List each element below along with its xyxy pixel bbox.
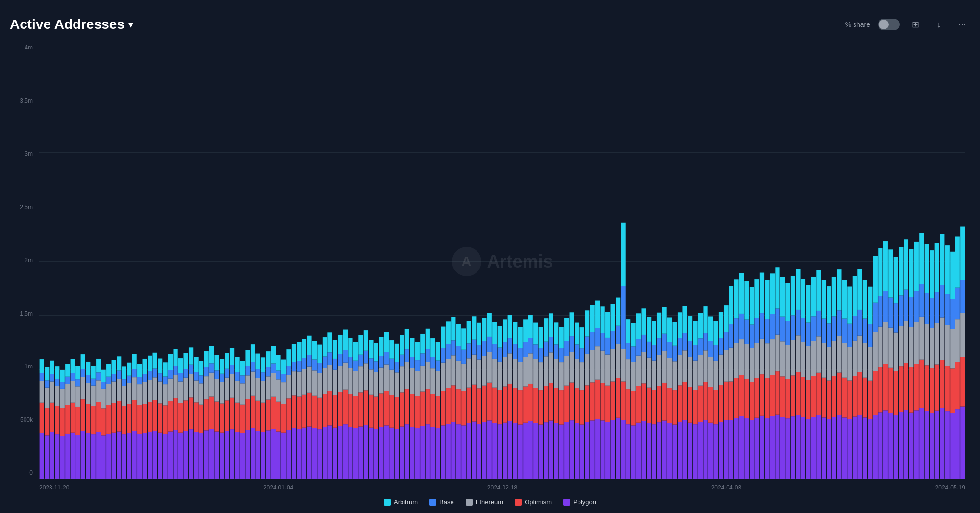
svg-rect-262 [307, 393, 311, 427]
svg-rect-769 [827, 323, 831, 347]
svg-rect-222 [266, 400, 270, 431]
svg-rect-191 [235, 432, 239, 479]
svg-rect-544 [595, 328, 600, 346]
svg-rect-170 [209, 346, 214, 363]
svg-rect-619 [672, 346, 677, 361]
svg-rect-367 [415, 396, 420, 428]
svg-rect-721 [780, 417, 785, 479]
svg-rect-369 [415, 360, 420, 371]
header-controls: % share ⊞ ↓ ··· [845, 17, 970, 32]
svg-rect-896 [960, 407, 965, 479]
svg-rect-212 [255, 401, 260, 431]
svg-rect-47 [86, 404, 90, 433]
svg-rect-178 [220, 382, 224, 403]
svg-rect-434 [482, 341, 486, 356]
svg-rect-494 [544, 342, 548, 357]
grid-icon[interactable]: ⊞ [907, 17, 923, 32]
svg-rect-229 [271, 364, 276, 373]
svg-rect-217 [261, 403, 265, 432]
svg-rect-462 [513, 388, 517, 423]
svg-rect-332 [379, 393, 383, 427]
svg-rect-469 [518, 348, 523, 362]
svg-rect-177 [220, 404, 224, 433]
svg-rect-231 [276, 432, 280, 479]
svg-rect-683 [739, 339, 744, 375]
svg-rect-546 [601, 420, 605, 479]
svg-rect-874 [935, 292, 939, 323]
svg-rect-275 [317, 345, 322, 363]
svg-rect-136 [178, 433, 183, 479]
svg-rect-312 [358, 392, 363, 426]
svg-rect-547 [601, 383, 605, 420]
svg-rect-329 [374, 361, 378, 372]
svg-rect-671 [729, 420, 733, 479]
svg-rect-720 [775, 267, 779, 308]
svg-rect-31 [71, 433, 75, 479]
svg-rect-64 [101, 382, 106, 389]
svg-rect-776 [837, 415, 841, 479]
svg-rect-234 [276, 371, 280, 380]
svg-rect-554 [605, 338, 610, 355]
svg-rect-89 [127, 376, 131, 383]
svg-rect-464 [513, 344, 517, 359]
svg-rect-35 [71, 359, 75, 373]
svg-rect-514 [564, 341, 569, 356]
svg-rect-499 [549, 337, 553, 353]
svg-rect-381 [430, 427, 435, 479]
svg-rect-563 [616, 344, 620, 378]
svg-rect-449 [498, 348, 502, 362]
percent-share-toggle[interactable] [878, 19, 900, 30]
svg-rect-812 [873, 371, 878, 415]
svg-rect-710 [765, 280, 769, 319]
svg-rect-743 [801, 342, 805, 377]
svg-rect-701 [760, 416, 764, 479]
svg-rect-526 [580, 425, 584, 479]
svg-rect-597 [652, 390, 656, 424]
svg-rect-705 [760, 273, 764, 313]
svg-rect-643 [698, 355, 703, 386]
svg-rect-199 [240, 375, 245, 383]
svg-rect-466 [518, 425, 523, 479]
svg-rect-624 [678, 338, 682, 355]
svg-rect-715 [770, 273, 775, 314]
svg-rect-480 [528, 315, 533, 338]
svg-rect-6 [45, 435, 49, 479]
svg-rect-183 [225, 378, 229, 401]
svg-rect-296 [343, 424, 348, 479]
svg-rect-71 [112, 433, 116, 479]
svg-rect-394 [441, 348, 445, 363]
svg-rect-503 [554, 359, 558, 388]
svg-rect-837 [899, 366, 903, 412]
svg-rect-439 [487, 337, 492, 352]
svg-rect-687 [744, 379, 749, 418]
svg-rect-187 [230, 398, 234, 429]
svg-rect-550 [601, 306, 605, 333]
svg-rect-647 [703, 382, 707, 420]
svg-rect-467 [518, 390, 523, 425]
download-icon[interactable]: ↓ [931, 17, 947, 32]
svg-rect-314 [358, 355, 363, 366]
svg-rect-356 [405, 424, 409, 479]
svg-rect-276 [323, 427, 327, 479]
svg-rect-90 [127, 363, 131, 376]
svg-rect-301 [348, 427, 352, 479]
svg-rect-716 [775, 415, 779, 479]
svg-rect-305 [348, 338, 352, 357]
svg-rect-823 [883, 322, 888, 364]
svg-rect-600 [652, 321, 656, 345]
svg-rect-515 [564, 318, 569, 341]
svg-rect-277 [323, 394, 327, 427]
svg-rect-570 [621, 223, 626, 286]
svg-rect-379 [426, 349, 430, 362]
more-options-icon[interactable]: ··· [955, 17, 970, 32]
chart-title: Active Addresses [10, 17, 125, 32]
svg-rect-65 [101, 370, 106, 382]
chevron-down-icon[interactable]: ▾ [128, 19, 133, 30]
x-axis: 2023-11-20 2024-01-04 2024-02-18 2024-04… [39, 484, 965, 491]
svg-rect-871 [935, 411, 939, 479]
svg-rect-648 [703, 350, 707, 382]
legend-arbitrum: Arbitrum [384, 498, 418, 506]
svg-rect-782 [842, 378, 847, 418]
svg-rect-334 [379, 356, 383, 368]
svg-rect-316 [364, 425, 368, 479]
